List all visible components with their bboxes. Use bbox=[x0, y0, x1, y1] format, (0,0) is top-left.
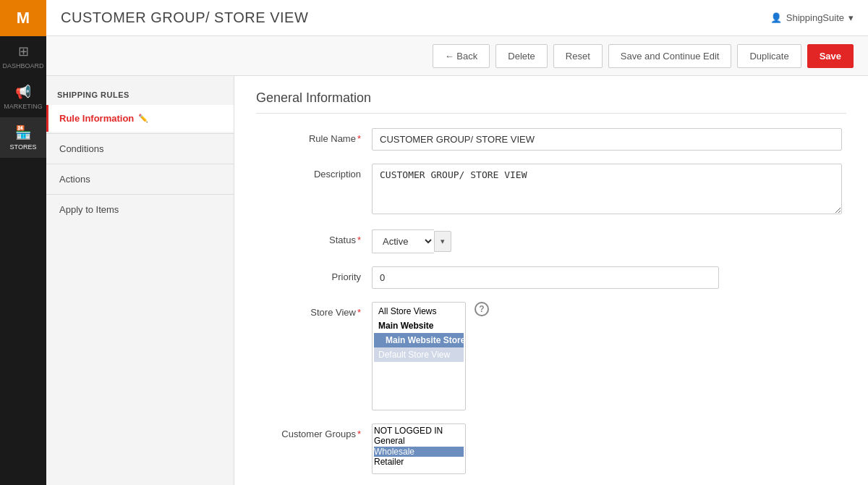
sidebar-label-rule-information: Rule Information bbox=[59, 113, 134, 124]
delete-button[interactable]: Delete bbox=[495, 44, 548, 68]
store-view-help-icon[interactable]: ? bbox=[475, 302, 489, 316]
sidebar-item-conditions[interactable]: Conditions bbox=[46, 135, 234, 162]
store-view-select[interactable]: All Store Views Main Website Main Websit… bbox=[372, 302, 466, 410]
sidebar-label-actions: Actions bbox=[59, 174, 90, 185]
main-wrapper: CUSTOMER GROUP/ STORE VIEW 👤 ShippingSui… bbox=[46, 0, 868, 485]
description-field: CUSTOMER GROUP/ STORE VIEW bbox=[372, 164, 842, 216]
stores-icon: 🏪 bbox=[15, 125, 31, 140]
sidebar: SHIPPING RULES Rule Information ✏️ Condi… bbox=[46, 76, 234, 485]
priority-field bbox=[372, 266, 842, 289]
sidebar-item-rule-information[interactable]: Rule Information ✏️ bbox=[46, 105, 234, 132]
rule-name-input[interactable] bbox=[372, 128, 842, 151]
reset-button[interactable]: Reset bbox=[553, 44, 603, 68]
sidebar-divider-3 bbox=[46, 194, 234, 195]
rule-name-field bbox=[372, 128, 842, 151]
top-bar: CUSTOMER GROUP/ STORE VIEW 👤 ShippingSui… bbox=[46, 0, 868, 36]
sidebar-item-actions[interactable]: Actions bbox=[46, 166, 234, 193]
sidebar-divider-1 bbox=[46, 133, 234, 134]
description-label: Description bbox=[256, 164, 372, 180]
sidebar-label-apply-to-items: Apply to Items bbox=[59, 204, 119, 215]
user-dropdown-icon: ▾ bbox=[848, 12, 854, 23]
customer-groups-label: Customer Groups* bbox=[256, 423, 372, 439]
user-icon: 👤 bbox=[770, 12, 782, 23]
sidebar-label-conditions: Conditions bbox=[59, 143, 103, 154]
sidebar-title: SHIPPING RULES bbox=[46, 83, 234, 105]
user-name: ShippingSuite bbox=[786, 12, 844, 23]
customer-groups-row: Customer Groups* NOT LOGGED IN General W… bbox=[256, 423, 846, 474]
form-area: General Information Rule Name* Descripti… bbox=[234, 76, 868, 485]
section-title: General Information bbox=[256, 90, 846, 114]
edit-icon: ✏️ bbox=[138, 114, 148, 123]
status-field: Active Inactive ▾ bbox=[372, 229, 842, 253]
duplicate-button[interactable]: Duplicate bbox=[737, 44, 801, 68]
save-button[interactable]: Save bbox=[807, 44, 854, 68]
status-label: Status* bbox=[256, 229, 372, 245]
sidebar-divider-2 bbox=[46, 164, 234, 164]
page-title: CUSTOMER GROUP/ STORE VIEW bbox=[61, 9, 308, 26]
description-row: Description CUSTOMER GROUP/ STORE VIEW bbox=[256, 164, 846, 216]
status-dropdown-button[interactable]: ▾ bbox=[434, 231, 451, 252]
store-view-row: Store View* All Store Views Main Website… bbox=[256, 302, 846, 410]
store-view-label: Store View* bbox=[256, 302, 372, 318]
logo: M bbox=[0, 0, 46, 36]
description-textarea[interactable]: CUSTOMER GROUP/ STORE VIEW bbox=[372, 164, 842, 214]
nav-label-marketing: MARKETING bbox=[4, 103, 43, 110]
save-continue-button[interactable]: Save and Continue Edit bbox=[608, 44, 732, 68]
customer-groups-field: NOT LOGGED IN General Wholesale Retailer bbox=[372, 423, 842, 474]
back-button[interactable]: ← Back bbox=[433, 44, 490, 68]
left-nav: M ⊞ DASHBOARD 📢 MARKETING 🏪 STORES bbox=[0, 0, 46, 485]
status-row: Status* Active Inactive ▾ bbox=[256, 229, 846, 253]
nav-label-dashboard: DASHBOARD bbox=[2, 62, 43, 69]
content-area: SHIPPING RULES Rule Information ✏️ Condi… bbox=[46, 76, 868, 485]
priority-label: Priority bbox=[256, 266, 372, 282]
toolbar: ← Back Delete Reset Save and Continue Ed… bbox=[46, 36, 868, 76]
marketing-icon: 📢 bbox=[15, 84, 31, 100]
priority-row: Priority bbox=[256, 266, 846, 289]
nav-item-marketing[interactable]: 📢 MARKETING bbox=[0, 77, 46, 117]
nav-label-stores: STORES bbox=[10, 143, 37, 151]
user-menu[interactable]: 👤 ShippingSuite ▾ bbox=[770, 12, 854, 23]
rule-name-row: Rule Name* bbox=[256, 128, 846, 151]
nav-item-stores[interactable]: 🏪 STORES bbox=[0, 117, 46, 158]
rule-name-label: Rule Name* bbox=[256, 128, 372, 144]
priority-input[interactable] bbox=[372, 266, 719, 289]
status-select[interactable]: Active Inactive bbox=[372, 229, 434, 253]
sidebar-item-apply-to-items[interactable]: Apply to Items bbox=[46, 196, 234, 223]
customer-groups-select[interactable]: NOT LOGGED IN General Wholesale Retailer bbox=[372, 423, 466, 474]
nav-item-dashboard[interactable]: ⊞ DASHBOARD bbox=[0, 36, 46, 77]
store-view-field: All Store Views Main Website Main Websit… bbox=[372, 302, 842, 410]
dashboard-icon: ⊞ bbox=[18, 43, 29, 59]
